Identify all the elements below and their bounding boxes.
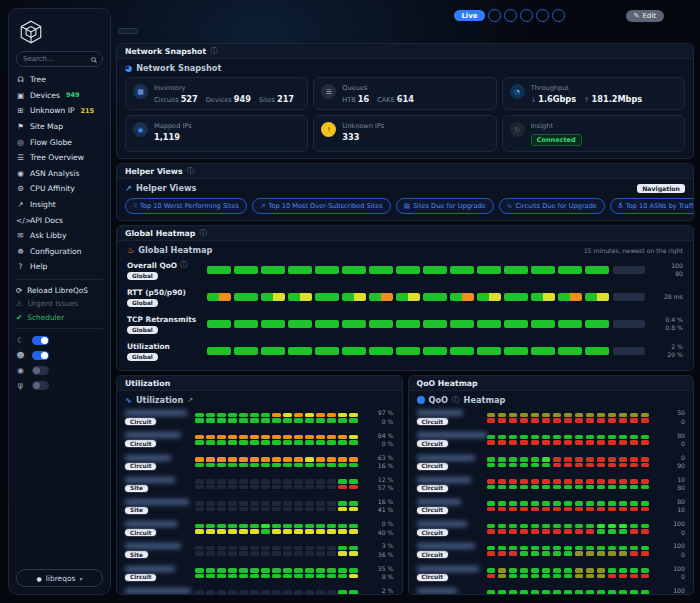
heatmap-strip[interactable] [207, 320, 609, 328]
heatmap-strip[interactable] [487, 590, 650, 594]
kind-badge[interactable]: Circuit [417, 463, 448, 470]
kind-badge[interactable]: Circuit [417, 507, 448, 514]
heatmap-strip[interactable] [487, 435, 650, 445]
sidebar-item[interactable]: </> API Docs [16, 212, 103, 228]
scope-badge: Global [127, 272, 158, 280]
sidebar-item[interactable]: ☸ Configuration [16, 244, 103, 260]
helper-view-button[interactable]: ♁ Top 10 ASNs by Traffic Volume [610, 198, 694, 214]
panel-header[interactable]: Utilization [117, 376, 402, 391]
helper-view-button[interactable]: ↗ Top 10 Most Over-Subscribed Sites [252, 198, 391, 214]
live-button[interactable]: Live [454, 10, 484, 21]
gauge-bar [613, 347, 645, 355]
tab[interactable] [118, 28, 138, 34]
heatmap-strip[interactable] [195, 501, 358, 511]
helper-view-button[interactable]: ▤ Sites Due for Upgrade [396, 198, 494, 214]
search-input[interactable]: Search... [16, 51, 103, 67]
kind-badge[interactable]: Circuit [125, 418, 156, 425]
toggle-switch[interactable] [32, 336, 49, 345]
time-range-button[interactable] [488, 9, 501, 22]
inner-title: Global Heatmap [138, 245, 212, 255]
kind-badge[interactable]: Circuit [125, 463, 156, 470]
sidebar-item[interactable]: ☊ Tree [16, 72, 103, 88]
info-icon[interactable]: ⓘ [187, 166, 195, 176]
sidebar-item[interactable]: ✉ Ask Libby [16, 228, 103, 244]
sidebar-item-icon: ☰ [16, 153, 25, 162]
kind-badge[interactable]: Circuit [417, 551, 448, 558]
kind-badge[interactable]: Circuit [125, 574, 156, 581]
qoo-heatmap-panel: QoO Heatmap QoO ⓘ Heatmap [408, 375, 695, 595]
sidebar-item[interactable]: ◉ ASN Analysis [16, 166, 103, 182]
kind-badge[interactable]: Circuit [417, 485, 448, 492]
toggle-switch[interactable] [32, 366, 49, 375]
kind-badge[interactable]: Site [125, 507, 148, 514]
scope-badge: Global [127, 326, 158, 334]
sidebar-item[interactable]: ▣ Devices 949 [16, 88, 103, 104]
sidebar-footer-item[interactable]: ✔ Scheduler [16, 311, 103, 325]
edit-button[interactable]: ✎ Edit [626, 10, 664, 22]
kind-badge[interactable]: Circuit [417, 440, 448, 447]
heatmap-strip[interactable] [195, 568, 358, 578]
row-values: 3 %36 % [362, 542, 394, 559]
heatmap-strip[interactable] [195, 524, 358, 534]
info-icon[interactable]: ⓘ [210, 46, 218, 56]
time-range-button[interactable] [552, 9, 565, 22]
kind-badge[interactable]: Circuit [417, 529, 448, 536]
time-range-button[interactable] [504, 9, 517, 22]
heatmap-strip[interactable] [487, 457, 650, 467]
sidebar-footer-item[interactable]: ⚠ Urgent Issues [16, 297, 103, 311]
kind-badge[interactable]: Circuit [417, 418, 448, 425]
heatmap-strip[interactable] [487, 501, 650, 511]
toggle-row: ☾ [16, 333, 103, 348]
sidebar-footer: ⟳ Reload LibreQoS ⚠ Urgent Issues ✔ Sche… [16, 284, 103, 325]
heatmap-strip[interactable] [195, 479, 358, 489]
heatmap-strip[interactable] [207, 293, 609, 301]
heatmap-strip[interactable] [487, 568, 650, 578]
card-icon: ▦ [133, 84, 148, 99]
panel-header[interactable]: QoO Heatmap [409, 376, 694, 391]
utilization-row: Circuit 84 %0 % [125, 430, 394, 449]
info-icon[interactable]: ⓘ [452, 395, 460, 405]
heatmap-strip[interactable] [195, 590, 358, 594]
heatmap-strip[interactable] [487, 546, 650, 556]
heatmap-strip[interactable] [487, 524, 650, 534]
heatmap-strip[interactable] [195, 413, 358, 423]
sidebar-item[interactable]: ? Help [16, 259, 103, 275]
panel-header[interactable]: Network Snapshot ⓘ [117, 44, 693, 59]
sidebar-footer-item[interactable]: ⟳ Reload LibreQoS [16, 284, 103, 298]
helper-view-button[interactable]: ☟ Top 10 Worst Performing Sites [125, 198, 247, 214]
time-range-button[interactable] [536, 9, 549, 22]
toggle-switch[interactable] [32, 381, 49, 390]
heatmap-strip[interactable] [207, 347, 609, 355]
kind-badge[interactable]: Circuit [417, 574, 448, 581]
panel-header[interactable]: Global Heatmap ⓘ [117, 226, 693, 241]
heatmap-strip[interactable] [195, 457, 358, 467]
info-icon[interactable]: ⓘ [199, 228, 207, 238]
kind-badge[interactable]: Site [125, 551, 148, 558]
sidebar-item[interactable]: ⊞ Unknown IP 215 [16, 103, 103, 119]
kind-badge[interactable]: Circuit [125, 529, 156, 536]
sidebar-item[interactable]: ☰ Tree Overview [16, 150, 103, 166]
helper-view-button[interactable]: ∿ Circuits Due for Upgrade [499, 198, 605, 214]
panel-header[interactable]: Helper Views ⓘ [117, 164, 693, 179]
inner-title: Utilization [136, 395, 183, 405]
row-values: 1000 [653, 520, 685, 537]
kind-badge[interactable]: Circuit [125, 440, 156, 447]
divider [16, 279, 103, 280]
heatmap-strip[interactable] [487, 479, 650, 489]
external-link-icon[interactable]: ↗ [187, 396, 193, 404]
sidebar-item[interactable]: ⚑ Site Map [16, 119, 103, 135]
heatmap-strip[interactable] [207, 266, 609, 274]
heatmap-strip[interactable] [195, 435, 358, 445]
redacted-name [417, 477, 471, 483]
info-icon[interactable]: ⓘ [180, 260, 188, 270]
sidebar-item[interactable]: ⚙ CPU Affinity [16, 181, 103, 197]
sidebar-item[interactable]: ↗ Insight [16, 197, 103, 213]
sidebar-item[interactable]: ◎ Flow Globe [16, 134, 103, 150]
heatmap-strip[interactable] [195, 546, 358, 556]
time-range-button[interactable] [520, 9, 533, 22]
heatmap-strip[interactable] [487, 413, 650, 423]
kind-badge[interactable]: Site [125, 485, 148, 492]
toggle-switch[interactable] [32, 351, 49, 360]
account-menu-button[interactable]: ● libreqos ▾ [16, 569, 103, 587]
metric-values: 10080 [645, 262, 683, 278]
